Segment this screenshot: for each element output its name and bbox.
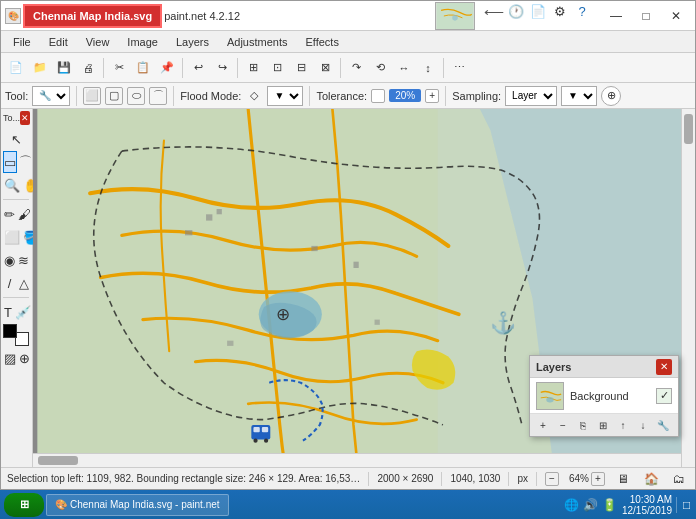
- tolerance-plus[interactable]: +: [425, 89, 439, 103]
- toolbar-icon-1[interactable]: ⟵: [483, 1, 505, 23]
- tool-gradient[interactable]: ▨: [3, 347, 17, 369]
- tool-blur[interactable]: ≋: [17, 249, 30, 271]
- layer-properties-btn[interactable]: 🔧: [654, 417, 672, 433]
- toolbar-icon-4[interactable]: ⚙: [549, 1, 571, 23]
- status-icon-1[interactable]: 🖥: [613, 469, 633, 489]
- minimize-button[interactable]: —: [601, 1, 631, 31]
- flip-h-btn[interactable]: ↔: [393, 57, 415, 79]
- taskbar-paintnet[interactable]: 🎨 Chennai Map India.svg - paint.net: [46, 494, 229, 516]
- sel-ellipse[interactable]: ⬭: [127, 87, 145, 105]
- layer-add-btn[interactable]: +: [534, 417, 552, 433]
- main-window: 🎨 Chennai Map India.svg paint.net 4.2.12…: [0, 0, 696, 490]
- layer-delete-btn[interactable]: −: [554, 417, 572, 433]
- layer-move-down-btn[interactable]: ↓: [634, 417, 652, 433]
- svg-point-1: [452, 15, 458, 21]
- tool-extra[interactable]: ⊕: [18, 347, 31, 369]
- toolbox-close-button[interactable]: ✕: [20, 111, 30, 125]
- tool-stamp[interactable]: ◉: [3, 249, 16, 271]
- sampling-extra[interactable]: ▼: [561, 86, 597, 106]
- background-color-swatch[interactable]: [15, 332, 29, 346]
- tool-shape[interactable]: △: [17, 272, 30, 294]
- crop-btn[interactable]: ⊞: [242, 57, 264, 79]
- tool-eyedropper[interactable]: 💉: [14, 301, 32, 323]
- layer-move-up-btn[interactable]: ↑: [614, 417, 632, 433]
- sel-rounded[interactable]: ▢: [105, 87, 123, 105]
- menu-edit[interactable]: Edit: [41, 34, 76, 50]
- flood-mode-btn[interactable]: ◇: [245, 87, 263, 105]
- rotate-90-btn[interactable]: ↷: [345, 57, 367, 79]
- tool-select-rect[interactable]: ▭: [3, 151, 17, 173]
- layers-toolbar: + − ⎘ ⊞ ↑ ↓ 🔧: [530, 414, 678, 436]
- toolbar-icon-3[interactable]: 📄: [527, 1, 549, 23]
- undo-btn[interactable]: ↩: [187, 57, 209, 79]
- menu-view[interactable]: View: [78, 34, 118, 50]
- status-icon-2[interactable]: 🏠: [641, 469, 661, 489]
- horizontal-scrollbar[interactable]: [33, 453, 681, 467]
- horizontal-scroll-thumb[interactable]: [38, 456, 78, 465]
- layer-merge-btn[interactable]: ⊞: [594, 417, 612, 433]
- flood-mode-select[interactable]: ▼: [267, 86, 303, 106]
- tool-brush[interactable]: 🖌: [17, 203, 32, 225]
- zoom-out-btn[interactable]: −: [545, 472, 559, 486]
- tolerance-label: Tolerance:: [316, 90, 367, 102]
- tool-eraser[interactable]: ⬜: [3, 226, 21, 248]
- menu-adjustments[interactable]: Adjustments: [219, 34, 296, 50]
- tool-zoom[interactable]: 🔍: [3, 174, 21, 196]
- vertical-scrollbar[interactable]: [681, 109, 695, 467]
- tool-select-lasso[interactable]: ⌒: [18, 151, 33, 173]
- tool-text[interactable]: T: [3, 301, 13, 323]
- menu-effects[interactable]: Effects: [298, 34, 347, 50]
- foreground-color-swatch[interactable]: [3, 324, 17, 338]
- toolbar-icon-5[interactable]: ?: [571, 1, 593, 23]
- save-btn[interactable]: 💾: [53, 57, 75, 79]
- layers-close-button[interactable]: ✕: [656, 359, 672, 375]
- layer-visibility-0[interactable]: ✓: [656, 388, 672, 404]
- flip-v-btn[interactable]: ↕: [417, 57, 439, 79]
- svg-point-8: [253, 439, 257, 443]
- sel-rect[interactable]: ⬜: [83, 87, 101, 105]
- sampling-select[interactable]: Layer: [505, 86, 557, 106]
- layer-row-0[interactable]: Background ✓: [530, 378, 678, 414]
- sel-lasso[interactable]: ⌒: [149, 87, 167, 105]
- close-button[interactable]: ✕: [661, 1, 691, 31]
- menu-file[interactable]: File: [5, 34, 39, 50]
- rotate-180-btn[interactable]: ⟲: [369, 57, 391, 79]
- tool-select[interactable]: 🔧: [32, 86, 70, 106]
- print-btn[interactable]: 🖨: [77, 57, 99, 79]
- select-all-btn[interactable]: ⊠: [314, 57, 336, 79]
- maximize-button[interactable]: □: [631, 1, 661, 31]
- redo-btn[interactable]: ↪: [211, 57, 233, 79]
- svg-rect-17: [375, 320, 380, 325]
- flood-mode-label: Flood Mode:: [180, 90, 241, 102]
- toolbar-sep-4: [340, 58, 341, 78]
- paste-btn[interactable]: 📌: [156, 57, 178, 79]
- tolerance-check[interactable]: [371, 89, 385, 103]
- status-sep-1: [368, 472, 369, 486]
- status-bar: Selection top left: 1109, 982. Bounding …: [1, 467, 695, 489]
- status-dimensions: 2000 × 2690: [377, 473, 433, 484]
- show-desktop-btn[interactable]: □: [676, 497, 692, 513]
- sampling-btn[interactable]: ⊕: [601, 86, 621, 106]
- layer-duplicate-btn[interactable]: ⎘: [574, 417, 592, 433]
- tool-arrow[interactable]: ↖: [3, 128, 29, 150]
- vertical-scroll-thumb[interactable]: [684, 114, 693, 144]
- tool-pencil[interactable]: ✏: [3, 203, 16, 225]
- resize-btn[interactable]: ⊡: [266, 57, 288, 79]
- tool-pair-3: 🔍 ✋: [3, 174, 30, 196]
- canvas-area[interactable]: ⊕ ⚓: [33, 109, 695, 467]
- new-btn[interactable]: 📄: [5, 57, 27, 79]
- extra-btn[interactable]: ⋯: [448, 57, 470, 79]
- start-button[interactable]: ⊞: [4, 493, 44, 517]
- color-swatches[interactable]: [3, 324, 29, 346]
- deselect-btn[interactable]: ⊟: [290, 57, 312, 79]
- toolbar-icon-2[interactable]: 🕐: [505, 1, 527, 23]
- open-btn[interactable]: 📁: [29, 57, 51, 79]
- zoom-in-btn[interactable]: +: [591, 472, 605, 486]
- cut-btn[interactable]: ✂: [108, 57, 130, 79]
- svg-point-9: [264, 439, 268, 443]
- menu-layers[interactable]: Layers: [168, 34, 217, 50]
- copy-btn[interactable]: 📋: [132, 57, 154, 79]
- tool-line[interactable]: /: [3, 272, 16, 294]
- status-icon-3[interactable]: 🗂: [669, 469, 689, 489]
- menu-image[interactable]: Image: [119, 34, 166, 50]
